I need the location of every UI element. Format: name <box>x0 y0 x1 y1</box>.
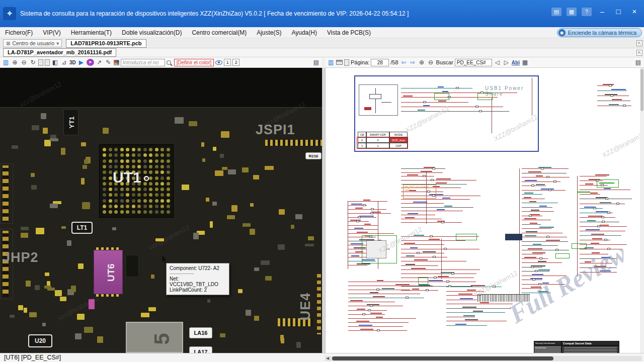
schematic-resistor <box>370 305 373 307</box>
bga-pad <box>149 188 152 191</box>
bga-pad <box>109 165 112 168</box>
page-number-input[interactable] <box>371 59 389 66</box>
pcb-part <box>291 225 294 229</box>
define-color-button[interactable]: [Definir el color] <box>174 59 214 66</box>
help-icon[interactable]: ? <box>582 8 592 16</box>
bga-pad <box>120 188 124 191</box>
flip-icon[interactable]: ◧ <box>51 59 59 66</box>
bga-pad <box>160 205 164 208</box>
measure-icon[interactable]: ⊿ <box>60 59 68 66</box>
hscrollbar-thumb[interactable] <box>332 356 553 360</box>
zoom-out-icon[interactable]: ⊖ <box>20 59 28 66</box>
component-chip <box>126 255 139 277</box>
color-palette-icon[interactable] <box>114 60 119 65</box>
table-highlight <box>357 137 408 149</box>
vscrollbar-thumb[interactable] <box>640 69 643 111</box>
pcb-part <box>261 260 270 264</box>
horizontal-scrollbar[interactable]: ◀ <box>325 356 642 361</box>
bga-pad <box>103 159 106 163</box>
split-view-icon[interactable]: ▥ <box>327 59 335 66</box>
copy-page-icon[interactable] <box>344 59 349 66</box>
thermal-camera-button[interactable]: ◉ Enciende la cámara térmica <box>557 28 642 37</box>
copy-icon[interactable] <box>38 59 43 66</box>
schematic-net-label <box>458 294 472 295</box>
zoom-out-icon[interactable]: ⊖ <box>427 59 435 66</box>
visibility-icon[interactable] <box>215 60 222 65</box>
calculator-icon[interactable]: ▤ <box>551 8 561 16</box>
zoom-in-icon[interactable]: ⊕ <box>418 59 426 66</box>
user-center-dropdown[interactable]: ▦ Centro de usuario ▾ <box>3 39 62 47</box>
menu-herramienta[interactable]: Herramienta(T) <box>66 27 117 38</box>
schematic-resistor <box>610 95 613 97</box>
component-big[interactable]: 5 <box>126 322 183 353</box>
draw-icon[interactable]: ✎ <box>105 59 112 66</box>
close-button[interactable]: × <box>629 7 640 16</box>
tab-pcb-file[interactable]: LAD781PR10-0913RTE.pcb <box>66 39 146 48</box>
schematic-net-label <box>541 189 554 190</box>
search-icon[interactable] <box>167 60 171 65</box>
pcb-board-view[interactable]: xzz@braham12 xzz@braham12 xzz@braham12 x… <box>0 68 322 353</box>
schematic-net-label <box>586 229 600 230</box>
menu-vip[interactable]: VIP(V) <box>38 27 65 38</box>
pcb-part <box>61 148 65 155</box>
schematic-resistor <box>371 208 374 210</box>
bga-pad <box>160 165 164 168</box>
3d-view-button[interactable]: 3D <box>69 60 76 65</box>
menu-vista-pcb[interactable]: Vista de PCB(S) <box>322 27 376 38</box>
menu-centro-comercial[interactable]: Centro comercial(M) <box>187 27 252 38</box>
export-icon[interactable] <box>45 59 50 66</box>
bga-pad <box>109 205 112 208</box>
vertical-scrollbar[interactable] <box>640 68 644 353</box>
layer-1-button[interactable]: 1 <box>224 59 231 66</box>
scroll-left-icon[interactable]: ◀ <box>326 356 329 361</box>
arrow-tool-icon[interactable]: ↗ <box>96 59 103 66</box>
reset-view-icon[interactable]: ↻ <box>29 59 37 66</box>
pcb-part <box>42 323 46 326</box>
list-icon[interactable]: ▤ <box>634 59 642 66</box>
minimize-button[interactable]: – <box>597 7 608 16</box>
component-yt1[interactable]: YT1 <box>63 109 78 135</box>
net-highlight <box>434 93 449 100</box>
menu-ayuda[interactable]: Ayuda(H) <box>286 27 321 38</box>
schematic-pdf-view[interactable]: USB1 Power Share CB SMART-CDP MODE 0 X D… <box>325 68 644 353</box>
pcb-part <box>71 286 76 292</box>
layer-2-button[interactable]: 2 <box>232 59 239 66</box>
maximize-button[interactable]: □ <box>613 7 624 16</box>
panel-toggle-icon[interactable]: ⇱ <box>636 50 642 56</box>
text-highlight-icon[interactable]: Abi <box>512 60 520 65</box>
panel-toggle-icon[interactable]: ⇱ <box>636 40 642 46</box>
list-icon[interactable]: ▤ <box>312 59 320 66</box>
bga-pad <box>160 199 164 203</box>
print-icon[interactable] <box>336 60 343 65</box>
split-view-icon[interactable]: ▥ <box>2 59 10 66</box>
component-ut1[interactable]: UT1 <box>99 144 174 218</box>
find-next-icon[interactable]: ▷ <box>503 59 510 66</box>
schematic-wire <box>348 217 376 218</box>
net-highlight <box>477 93 493 100</box>
schematic-net-label <box>351 204 362 205</box>
menu-doble-visualizacion[interactable]: Doble visualización(D) <box>117 27 187 38</box>
window-layout-icon[interactable]: ▦ <box>567 8 577 16</box>
schematic-net-label <box>524 193 533 194</box>
grid-icon[interactable]: ▦ <box>521 59 529 66</box>
bga-pad <box>126 193 129 197</box>
menu-fichero[interactable]: Fichero(F) <box>0 27 38 38</box>
next-page-icon[interactable]: ⇨ <box>409 59 417 66</box>
pcb-part <box>82 202 90 209</box>
find-prev-icon[interactable]: ◁ <box>494 59 501 66</box>
tab-pdf-file[interactable]: LA-D781P_aventador_mb_20161116.pdf <box>3 48 116 57</box>
schematic-bus <box>348 201 348 269</box>
menu-ajuste[interactable]: Ajuste(S) <box>252 27 286 38</box>
component-search-input[interactable] <box>121 59 165 66</box>
schematic-wire <box>522 262 562 263</box>
net-search-input[interactable] <box>455 59 492 66</box>
play-icon[interactable]: ▶ <box>77 59 85 66</box>
schematic-net-label <box>360 329 373 330</box>
zoom-in-icon[interactable]: ⊕ <box>11 59 19 66</box>
prev-page-icon[interactable]: ⇦ <box>400 59 408 66</box>
status-bar: [UT6] [PD_EE_CS#] ◀ <box>0 353 644 362</box>
bga-pad <box>109 188 112 191</box>
pointer-mode-icon[interactable]: ➤ <box>87 59 94 66</box>
schematic-wire <box>401 278 474 278</box>
component-ut6[interactable]: UT6 <box>94 250 123 294</box>
